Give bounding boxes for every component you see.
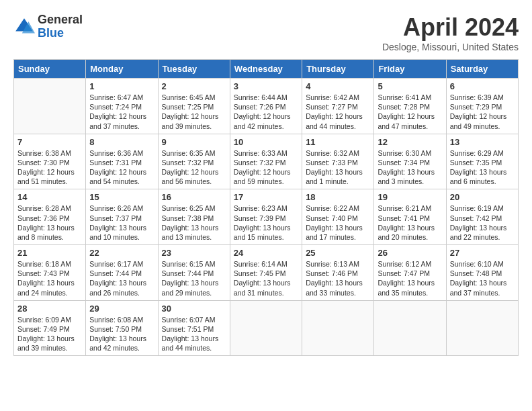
day-number: 7 [17,137,82,147]
cell-content: Sunrise: 6:10 AMSunset: 7:48 PMDaylight:… [450,259,515,298]
calendar-cell [14,79,86,134]
day-header-friday: Friday [374,60,446,79]
cell-content: Sunrise: 6:09 AMSunset: 7:49 PMDaylight:… [17,315,82,353]
day-number: 25 [306,248,370,258]
day-header-wednesday: Wednesday [230,60,302,79]
calendar-cell: 22 Sunrise: 6:17 AMSunset: 7:44 PMDaylig… [86,245,158,301]
cell-content: Sunrise: 6:47 AMSunset: 7:24 PMDaylight:… [89,93,154,131]
calendar-cell: 28 Sunrise: 6:09 AMSunset: 7:49 PMDaylig… [14,300,86,356]
calendar-cell: 14 Sunrise: 6:28 AMSunset: 7:36 PMDaylig… [14,189,86,245]
day-number: 12 [378,137,442,147]
day-number: 18 [306,192,370,202]
day-number: 19 [378,192,442,202]
cell-content: Sunrise: 6:07 AMSunset: 7:51 PMDaylight:… [162,315,226,353]
day-number: 15 [89,192,154,202]
day-number: 16 [162,192,226,202]
day-number: 20 [450,192,515,202]
calendar-cell [302,300,374,356]
calendar-cell: 18 Sunrise: 6:22 AMSunset: 7:40 PMDaylig… [302,189,374,245]
calendar-cell: 4 Sunrise: 6:42 AMSunset: 7:27 PMDayligh… [302,79,374,134]
cell-content: Sunrise: 6:23 AMSunset: 7:39 PMDaylight:… [234,203,298,242]
calendar-table: SundayMondayTuesdayWednesdayThursdayFrid… [13,59,519,356]
day-number: 5 [378,81,442,91]
calendar-cell: 10 Sunrise: 6:33 AMSunset: 7:32 PMDaylig… [230,134,302,189]
logo-general: General [38,13,83,27]
calendar-cell: 9 Sunrise: 6:35 AMSunset: 7:32 PMDayligh… [158,134,230,189]
cell-content: Sunrise: 6:19 AMSunset: 7:42 PMDaylight:… [450,203,515,242]
day-number: 13 [450,137,515,147]
cell-content: Sunrise: 6:08 AMSunset: 7:50 PMDaylight:… [89,315,154,353]
calendar-week-4: 28 Sunrise: 6:09 AMSunset: 7:49 PMDaylig… [14,300,519,356]
cell-content: Sunrise: 6:29 AMSunset: 7:35 PMDaylight:… [450,148,515,187]
logo-text: General Blue [38,13,83,40]
day-header-monday: Monday [86,60,158,79]
calendar-cell: 24 Sunrise: 6:14 AMSunset: 7:45 PMDaylig… [230,245,302,301]
day-header-sunday: Sunday [14,60,86,79]
day-number: 4 [306,81,370,91]
location: Desloge, Missouri, United States [382,42,519,52]
cell-content: Sunrise: 6:44 AMSunset: 7:26 PMDaylight:… [234,93,298,131]
day-number: 21 [17,248,82,258]
calendar-cell: 13 Sunrise: 6:29 AMSunset: 7:35 PMDaylig… [446,134,518,189]
cell-content: Sunrise: 6:35 AMSunset: 7:32 PMDaylight:… [162,148,226,187]
calendar-header-row: SundayMondayTuesdayWednesdayThursdayFrid… [14,60,519,79]
calendar-cell: 3 Sunrise: 6:44 AMSunset: 7:26 PMDayligh… [230,79,302,134]
cell-content: Sunrise: 6:38 AMSunset: 7:30 PMDaylight:… [17,148,82,187]
day-number: 29 [89,304,154,314]
month-title: April 2024 [382,13,519,42]
calendar-cell [230,300,302,356]
calendar-cell: 12 Sunrise: 6:30 AMSunset: 7:34 PMDaylig… [374,134,446,189]
calendar-week-0: 1 Sunrise: 6:47 AMSunset: 7:24 PMDayligh… [14,79,519,134]
cell-content: Sunrise: 6:26 AMSunset: 7:37 PMDaylight:… [89,203,154,242]
logo: General Blue [13,13,83,40]
calendar-cell: 17 Sunrise: 6:23 AMSunset: 7:39 PMDaylig… [230,189,302,245]
cell-content: Sunrise: 6:39 AMSunset: 7:29 PMDaylight:… [450,93,515,131]
day-header-saturday: Saturday [446,60,518,79]
cell-content: Sunrise: 6:18 AMSunset: 7:43 PMDaylight:… [17,259,82,298]
calendar-cell: 8 Sunrise: 6:36 AMSunset: 7:31 PMDayligh… [86,134,158,189]
calendar-cell: 19 Sunrise: 6:21 AMSunset: 7:41 PMDaylig… [374,189,446,245]
calendar-cell: 23 Sunrise: 6:15 AMSunset: 7:44 PMDaylig… [158,245,230,301]
day-number: 22 [89,248,154,258]
day-header-thursday: Thursday [302,60,374,79]
calendar-cell: 27 Sunrise: 6:10 AMSunset: 7:48 PMDaylig… [446,245,518,301]
cell-content: Sunrise: 6:25 AMSunset: 7:38 PMDaylight:… [162,203,226,242]
calendar-cell: 5 Sunrise: 6:41 AMSunset: 7:28 PMDayligh… [374,79,446,134]
calendar-cell: 6 Sunrise: 6:39 AMSunset: 7:29 PMDayligh… [446,79,518,134]
day-number: 24 [234,248,298,258]
logo-blue: Blue [38,27,83,40]
cell-content: Sunrise: 6:36 AMSunset: 7:31 PMDaylight:… [89,148,154,187]
cell-content: Sunrise: 6:15 AMSunset: 7:44 PMDaylight:… [162,259,226,298]
calendar-cell: 7 Sunrise: 6:38 AMSunset: 7:30 PMDayligh… [14,134,86,189]
day-number: 11 [306,137,370,147]
calendar-week-2: 14 Sunrise: 6:28 AMSunset: 7:36 PMDaylig… [14,189,519,245]
cell-content: Sunrise: 6:14 AMSunset: 7:45 PMDaylight:… [234,259,298,298]
logo-icon [13,16,35,38]
day-number: 14 [17,192,82,202]
day-number: 28 [17,304,82,314]
day-number: 27 [450,248,515,258]
calendar-cell: 25 Sunrise: 6:13 AMSunset: 7:46 PMDaylig… [302,245,374,301]
calendar-cell: 29 Sunrise: 6:08 AMSunset: 7:50 PMDaylig… [86,300,158,356]
day-number: 26 [378,248,442,258]
cell-content: Sunrise: 6:32 AMSunset: 7:33 PMDaylight:… [306,148,370,187]
cell-content: Sunrise: 6:28 AMSunset: 7:36 PMDaylight:… [17,203,82,242]
day-number: 9 [162,137,226,147]
calendar-cell: 1 Sunrise: 6:47 AMSunset: 7:24 PMDayligh… [86,79,158,134]
calendar-cell: 11 Sunrise: 6:32 AMSunset: 7:33 PMDaylig… [302,134,374,189]
day-number: 17 [234,192,298,202]
day-number: 10 [234,137,298,147]
calendar-cell [446,300,518,356]
calendar-week-1: 7 Sunrise: 6:38 AMSunset: 7:30 PMDayligh… [14,134,519,189]
cell-content: Sunrise: 6:13 AMSunset: 7:46 PMDaylight:… [306,259,370,298]
calendar-cell: 30 Sunrise: 6:07 AMSunset: 7:51 PMDaylig… [158,300,230,356]
calendar-cell: 20 Sunrise: 6:19 AMSunset: 7:42 PMDaylig… [446,189,518,245]
page-header: General Blue April 2024 Desloge, Missour… [13,13,519,52]
calendar-week-3: 21 Sunrise: 6:18 AMSunset: 7:43 PMDaylig… [14,245,519,301]
cell-content: Sunrise: 6:42 AMSunset: 7:27 PMDaylight:… [306,93,370,131]
calendar-cell: 21 Sunrise: 6:18 AMSunset: 7:43 PMDaylig… [14,245,86,301]
cell-content: Sunrise: 6:21 AMSunset: 7:41 PMDaylight:… [378,203,442,242]
title-block: April 2024 Desloge, Missouri, United Sta… [382,13,519,52]
calendar-cell [374,300,446,356]
calendar-cell: 15 Sunrise: 6:26 AMSunset: 7:37 PMDaylig… [86,189,158,245]
